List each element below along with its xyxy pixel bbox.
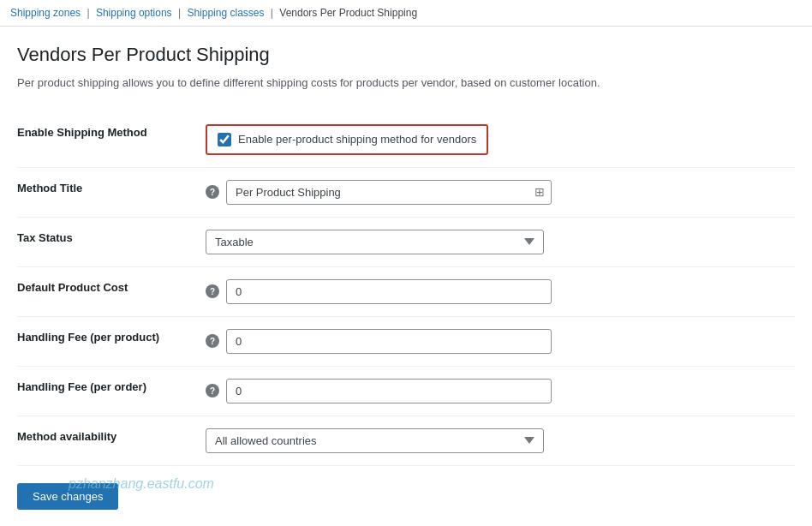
breadcrumb-separator: | <box>87 7 89 19</box>
handling-fee-per-order-help-icon[interactable]: ? <box>206 384 219 397</box>
handling-fee-per-product-field: ? <box>197 316 795 366</box>
handling-fee-per-order-label: Handling Fee (per order) <box>17 366 197 415</box>
handling-fee-per-product-label: Handling Fee (per product) <box>17 316 197 366</box>
row-handling-fee-per-order: Handling Fee (per order) ? <box>17 366 795 415</box>
breadcrumb-link-shipping-options[interactable]: Shipping options <box>96 7 172 19</box>
tax-status-select[interactable]: Taxable None <box>206 230 544 254</box>
page-title: Vendors Per Product Shipping <box>17 44 795 66</box>
tax-status-field: Taxable None <box>197 217 795 266</box>
method-title-input-icon: ⊞ <box>534 185 545 199</box>
tax-status-label: Tax Status <box>17 217 197 266</box>
main-content: Vendors Per Product Shipping Per product… <box>0 27 812 526</box>
default-product-cost-help-icon[interactable]: ? <box>206 284 219 298</box>
page-wrapper: Shipping zones | Shipping options | Ship… <box>0 0 812 526</box>
enable-shipping-label: Enable Shipping Method <box>17 112 197 168</box>
breadcrumb: Shipping zones | Shipping options | Ship… <box>0 0 812 27</box>
breadcrumb-link-shipping-classes[interactable]: Shipping classes <box>187 7 264 19</box>
settings-form-table: Enable Shipping Method Enable per-produc… <box>17 112 795 466</box>
enable-shipping-checkbox[interactable] <box>218 133 231 146</box>
method-title-input-wrapper: ⊞ <box>226 180 552 205</box>
handling-fee-per-order-input[interactable] <box>226 379 552 403</box>
method-title-field: ? ⊞ <box>197 167 795 217</box>
handling-fee-per-product-input[interactable] <box>226 329 552 354</box>
method-title-label: Method Title <box>17 167 197 217</box>
handling-fee-per-order-row: ? <box>206 379 786 403</box>
handling-fee-per-product-help-icon[interactable]: ? <box>206 334 219 348</box>
handling-fee-per-order-field: ? <box>197 366 795 415</box>
method-availability-field: All allowed countries Specific countries <box>197 415 795 465</box>
default-product-cost-input[interactable] <box>226 279 552 304</box>
page-description: Per product shipping allows you to defin… <box>17 75 795 92</box>
breadcrumb-current: Vendors Per Product Shipping <box>279 7 417 19</box>
default-product-cost-field: ? <box>197 266 795 316</box>
breadcrumb-separator-2: | <box>178 7 181 19</box>
row-enable-shipping-method: Enable Shipping Method Enable per-produc… <box>17 112 795 168</box>
default-product-cost-label: Default Product Cost <box>17 266 197 316</box>
method-title-input[interactable] <box>226 180 552 205</box>
save-changes-button[interactable]: Save changes <box>17 483 118 510</box>
handling-fee-per-product-row: ? <box>206 329 786 354</box>
method-availability-select[interactable]: All allowed countries Specific countries <box>206 428 544 453</box>
row-tax-status: Tax Status Taxable None <box>17 217 795 266</box>
row-method-availability: Method availability All allowed countrie… <box>17 415 795 465</box>
row-method-title: Method Title ? ⊞ <box>17 167 795 217</box>
row-default-product-cost: Default Product Cost ? <box>17 266 795 316</box>
enable-shipping-field: Enable per-product shipping method for v… <box>197 112 795 168</box>
default-product-cost-row: ? <box>206 279 786 304</box>
breadcrumb-separator-3: | <box>271 7 273 19</box>
breadcrumb-link-shipping-zones[interactable]: Shipping zones <box>10 7 81 19</box>
method-title-help-icon[interactable]: ? <box>206 185 219 199</box>
row-handling-fee-per-product: Handling Fee (per product) ? <box>17 316 795 366</box>
method-availability-label: Method availability <box>17 415 197 465</box>
method-title-field-row: ? ⊞ <box>206 180 786 205</box>
enable-shipping-checkbox-wrapper: Enable per-product shipping method for v… <box>206 124 488 155</box>
enable-shipping-checkbox-label: Enable per-product shipping method for v… <box>238 133 476 146</box>
